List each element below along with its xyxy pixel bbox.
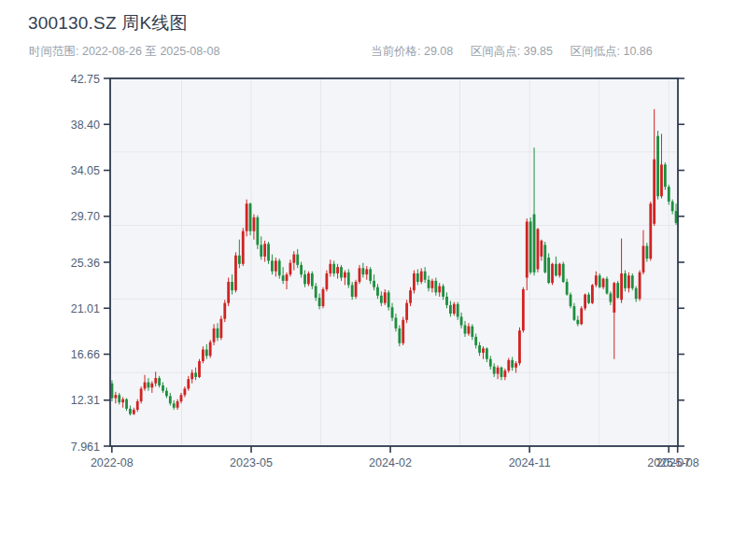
- candle-body: [253, 217, 256, 231]
- candle-body: [384, 292, 387, 302]
- candle-body: [409, 290, 412, 303]
- candle-body: [442, 287, 444, 297]
- candle-body: [624, 273, 627, 288]
- y-tick-label: 7.961: [71, 441, 100, 454]
- candle-body: [471, 327, 473, 337]
- candle-body: [460, 316, 463, 325]
- x-tick-label: 2025-08: [656, 456, 699, 469]
- candle-body: [209, 343, 212, 357]
- candle-body: [289, 263, 292, 274]
- candle-body: [566, 282, 569, 295]
- candle-body: [249, 203, 252, 231]
- candle-body: [635, 288, 638, 299]
- candle-body: [227, 282, 230, 303]
- candle-body: [329, 264, 331, 273]
- candle-body: [671, 202, 674, 211]
- candle-body: [380, 296, 383, 303]
- candle-body: [260, 245, 262, 256]
- candle-body: [500, 368, 503, 377]
- candle-body: [497, 368, 500, 374]
- candle-body: [183, 388, 186, 395]
- candle-body: [503, 371, 506, 377]
- x-tick-label: 2022-08: [91, 456, 134, 469]
- candle-body: [148, 383, 150, 388]
- candle-body: [336, 267, 339, 273]
- candle-body: [213, 329, 216, 343]
- candle-body: [347, 273, 350, 286]
- x-tick-label: 2024-11: [509, 456, 551, 469]
- candle-body: [449, 305, 452, 314]
- x-tick-label: 2023-05: [230, 456, 273, 469]
- candle-body: [493, 367, 496, 374]
- candle-body: [190, 372, 193, 379]
- candle-body: [584, 295, 586, 309]
- candle-body: [256, 217, 259, 245]
- candle-body: [478, 345, 481, 353]
- candle-body: [133, 410, 135, 414]
- candle-body: [234, 256, 237, 290]
- candle-body: [602, 279, 605, 287]
- candle-body: [627, 275, 630, 288]
- candle-body: [511, 360, 514, 368]
- candle-body: [322, 289, 325, 306]
- candle-body: [402, 320, 404, 343]
- candle-body: [486, 348, 488, 358]
- candle-body: [303, 274, 306, 284]
- candle-body: [344, 273, 346, 278]
- candle-body: [420, 272, 423, 282]
- candle-body: [307, 273, 310, 284]
- candle-body: [518, 330, 521, 363]
- candle-body: [231, 282, 233, 290]
- candle-body: [434, 281, 437, 292]
- candle-body: [639, 273, 641, 299]
- candle-body: [355, 282, 358, 297]
- candle-body: [570, 295, 572, 306]
- candle-body: [267, 244, 270, 260]
- candle-body: [332, 264, 335, 273]
- candle-body: [340, 267, 343, 277]
- candle-body: [158, 378, 161, 385]
- candle-body: [438, 287, 441, 293]
- candle-body: [125, 399, 128, 409]
- candle-body: [275, 260, 277, 271]
- candle-body: [649, 203, 652, 259]
- candle-body: [514, 363, 517, 368]
- candle-body: [246, 203, 248, 231]
- candle-body: [242, 231, 245, 264]
- candle-body: [169, 396, 172, 403]
- candle-body: [359, 268, 361, 282]
- candle-body: [616, 283, 619, 298]
- candle-body: [547, 258, 550, 283]
- candle-body: [121, 399, 124, 402]
- y-tick-label: 34.05: [71, 164, 100, 177]
- candle-body: [543, 245, 546, 272]
- candle-body: [176, 401, 179, 408]
- candle-body: [405, 303, 408, 320]
- candle-body: [395, 318, 398, 329]
- candle-body: [111, 384, 114, 399]
- candle-body: [140, 388, 143, 401]
- candle-body: [482, 348, 485, 353]
- candle-body: [428, 280, 430, 288]
- candle-body: [325, 273, 328, 289]
- candle-body: [296, 255, 299, 265]
- candle-body: [263, 244, 266, 257]
- candle-body: [620, 273, 623, 300]
- candle-body: [292, 255, 295, 263]
- y-tick-label: 21.01: [71, 302, 100, 315]
- candle-body: [180, 395, 183, 401]
- candle-body: [114, 395, 117, 398]
- candle-body: [573, 306, 576, 320]
- candle-body: [529, 221, 532, 272]
- candle-body: [606, 279, 609, 294]
- y-tick-label: 38.40: [71, 119, 100, 132]
- candle-body: [315, 287, 317, 298]
- candle-body: [388, 292, 390, 307]
- candle-body: [365, 269, 368, 274]
- candle-body: [595, 275, 598, 285]
- candle-body: [398, 329, 401, 343]
- candle-body: [318, 298, 321, 306]
- plot-background: [110, 78, 678, 446]
- candle-body: [173, 403, 176, 408]
- candle-body: [361, 268, 364, 274]
